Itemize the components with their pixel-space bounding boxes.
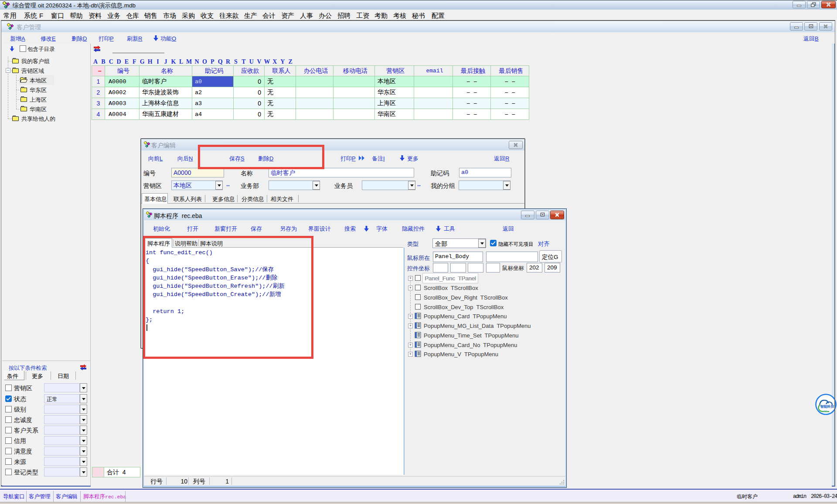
svg-text:智能科技: 智能科技	[820, 405, 835, 409]
svg-text:MG: MG	[823, 410, 827, 412]
